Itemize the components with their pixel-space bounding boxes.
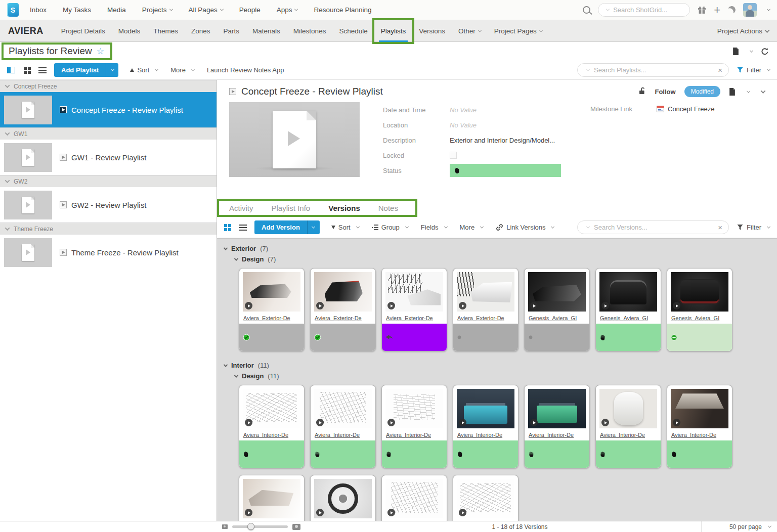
account-chevron-down-icon[interactable]: [767, 8, 770, 11]
grid-view-icon[interactable]: [224, 224, 231, 231]
group-menu[interactable]: Group: [368, 224, 412, 231]
unlocked-icon[interactable]: [638, 87, 646, 97]
version-group-header-exterior[interactable]: Exterior(7): [224, 243, 777, 254]
play-icon[interactable]: [459, 509, 466, 516]
list-view-icon[interactable]: [239, 225, 247, 231]
project-tab-zones[interactable]: Zones: [185, 20, 217, 42]
add-version-button[interactable]: Add Version: [254, 220, 307, 234]
tab-playlist-info[interactable]: Playlist Info: [272, 204, 311, 212]
play-icon[interactable]: [673, 302, 680, 309]
playlist-group-header-concept-freeze[interactable]: Concept Freeze: [0, 80, 217, 92]
project-tab-models[interactable]: Models: [112, 20, 147, 42]
play-icon[interactable]: [387, 302, 395, 309]
playlist-item-gw2-review-playlist[interactable]: GW2 - Review Playlist: [0, 187, 217, 223]
project-actions-menu[interactable]: Project Actions: [717, 27, 769, 35]
version-group-header-interior[interactable]: Interior(11): [224, 360, 777, 371]
playlist-group-header-theme-freeze[interactable]: Theme Freeze: [0, 223, 217, 235]
playlist-item-theme-freeze-review-playlist[interactable]: Theme Freeze - Review Playlist: [0, 235, 217, 270]
clear-search-icon[interactable]: [718, 223, 722, 232]
version-link[interactable]: Aviera_Exterior-De: [453, 312, 518, 324]
add-playlist-button[interactable]: Add Playlist: [54, 63, 106, 77]
shotgrid-logo[interactable]: S: [7, 3, 19, 17]
version-card[interactable]: Aviera_Exterior-De: [381, 268, 447, 351]
status-field-value[interactable]: [450, 164, 561, 177]
playlist-video-thumbnail[interactable]: [229, 102, 360, 177]
version-link[interactable]: Aviera_Exterior-De: [382, 312, 447, 324]
version-link[interactable]: Genesis_Aviera_GI: [525, 312, 589, 324]
clear-search-icon[interactable]: [718, 66, 722, 74]
version-link[interactable]: Aviera_Interior-De: [382, 428, 447, 440]
version-subgroup-header-design[interactable]: Design(7): [235, 254, 777, 264]
play-icon[interactable]: [316, 302, 324, 309]
favorite-star-icon[interactable]: [97, 46, 104, 57]
project-tab-themes[interactable]: Themes: [147, 20, 185, 42]
global-search-input[interactable]: Search ShotGrid...: [598, 3, 690, 17]
version-link[interactable]: Genesis_Aviera_GI: [596, 312, 661, 324]
global-nav-resource-planning[interactable]: Resource Planning: [314, 6, 371, 14]
collapse-chevron-icon[interactable]: [761, 88, 766, 94]
version-card[interactable]: Genesis_Aviera_GI: [667, 268, 732, 351]
add-playlist-dropdown[interactable]: [106, 63, 118, 77]
large-thumbnail-icon[interactable]: [292, 524, 300, 530]
link-versions-menu[interactable]: Link Versions: [492, 224, 558, 231]
version-card[interactable]: Aviera_Interior-De: [453, 475, 519, 521]
search-versions-input[interactable]: Search Versions...: [577, 220, 729, 234]
playlist-group-header-gw2[interactable]: GW2: [0, 175, 217, 187]
project-tab-project-details[interactable]: Project Details: [55, 20, 112, 42]
refresh-icon[interactable]: [761, 48, 769, 56]
small-thumbnail-icon[interactable]: [222, 524, 228, 529]
version-link[interactable]: Aviera_Exterior-De: [311, 312, 375, 324]
gift-icon[interactable]: [698, 6, 706, 14]
play-icon[interactable]: [387, 509, 395, 516]
milestone-value[interactable]: Concept Freeze: [657, 105, 715, 113]
search-playlists-input[interactable]: Search Playlists...: [577, 63, 729, 77]
version-link[interactable]: Genesis_Aviera_GI: [667, 312, 732, 324]
play-icon[interactable]: [387, 419, 395, 426]
project-tab-project-pages[interactable]: Project Pages: [488, 20, 549, 42]
play-icon[interactable]: [316, 419, 324, 426]
version-card[interactable]: Aviera_Interior-De: [667, 385, 732, 468]
versions-more-menu[interactable]: More: [456, 224, 488, 231]
play-icon[interactable]: [530, 419, 538, 426]
project-tab-materials[interactable]: Materials: [246, 20, 287, 42]
playlist-group-header-gw1[interactable]: GW1: [0, 127, 217, 140]
version-card[interactable]: Aviera_Interior-De: [524, 385, 590, 468]
version-card[interactable]: Aviera_Exterior-De: [239, 268, 305, 351]
version-card[interactable]: Aviera_Interior-De: [310, 385, 376, 468]
version-card[interactable]: Aviera_Interior-De: [310, 475, 376, 521]
global-nav-apps[interactable]: Apps: [277, 6, 298, 14]
playlist-item-concept-freeze-review-playlist[interactable]: Concept Freeze - Review Playlist: [0, 92, 217, 127]
global-nav-all-pages[interactable]: All Pages: [189, 6, 223, 14]
user-avatar[interactable]: [743, 3, 757, 17]
tab-notes[interactable]: Notes: [378, 204, 398, 212]
version-card[interactable]: Aviera_Interior-De: [453, 385, 519, 468]
project-tab-versions[interactable]: Versions: [412, 20, 452, 42]
tab-versions[interactable]: Versions: [328, 204, 360, 212]
detail-page-icon[interactable]: [729, 88, 736, 96]
launch-review-notes-app[interactable]: Launch Review Notes App: [203, 66, 288, 74]
play-icon[interactable]: [673, 419, 680, 426]
global-nav-people[interactable]: People: [239, 6, 261, 14]
version-card[interactable]: Aviera_Exterior-De: [310, 268, 376, 351]
split-view-icon[interactable]: [7, 67, 15, 73]
play-icon[interactable]: [459, 419, 466, 426]
fields-menu[interactable]: Fields: [417, 224, 451, 231]
version-link[interactable]: Aviera_Interior-De: [311, 428, 375, 440]
global-nav-projects[interactable]: Projects: [142, 6, 172, 14]
create-icon[interactable]: [714, 5, 720, 16]
version-link[interactable]: Aviera_Interior-De: [667, 428, 732, 440]
grid-view-icon[interactable]: [24, 67, 31, 74]
slider-track[interactable]: [232, 525, 288, 528]
per-page-select[interactable]: 50 per page: [701, 521, 777, 532]
version-card[interactable]: Aviera_Interior-De: [239, 385, 305, 468]
global-nav-inbox[interactable]: Inbox: [30, 6, 47, 14]
versions-sort-menu[interactable]: Sort: [327, 224, 363, 231]
dark-mode-moon-icon[interactable]: [727, 5, 736, 14]
playlists-filter[interactable]: Filter: [737, 66, 770, 74]
project-tab-milestones[interactable]: Milestones: [287, 20, 333, 42]
play-icon[interactable]: [601, 302, 609, 309]
version-card[interactable]: Aviera_Interior-De: [381, 475, 447, 521]
version-link[interactable]: Aviera_Exterior-De: [239, 312, 304, 324]
version-card[interactable]: Aviera_Interior-De: [239, 475, 305, 521]
play-icon[interactable]: [459, 302, 466, 309]
